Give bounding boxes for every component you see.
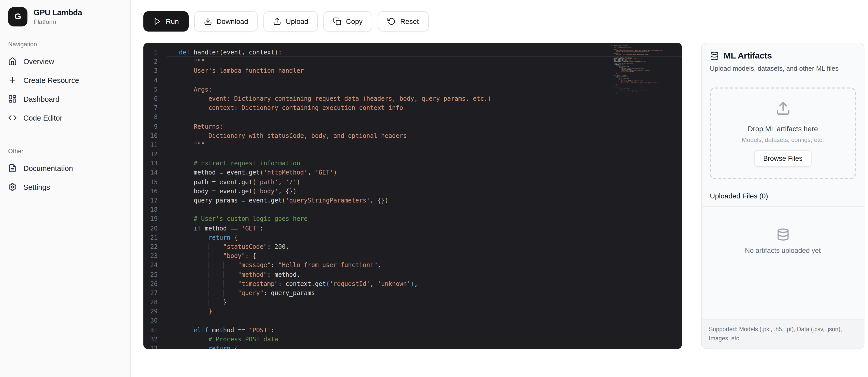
code-line-20[interactable]: 20 if method == 'GET': [144, 224, 682, 233]
empty-state-text: No artifacts uploaded yet [745, 247, 821, 254]
sidebar-item-create-resource[interactable]: Create Resource [0, 71, 130, 90]
upload-icon [775, 101, 790, 116]
code-line-27[interactable]: 27 "query": query_params [144, 288, 682, 298]
code-line-15[interactable]: 15 path = event.get('path', '/') [144, 177, 682, 186]
code-line-19[interactable]: 19 # User's custom logic goes here [144, 214, 682, 224]
code-lines: 1def handler(event, context):2 """3 User… [144, 43, 682, 349]
code-line-18[interactable]: 18 [144, 205, 682, 214]
browse-files-button[interactable]: Browse Files [754, 150, 812, 167]
line-number: 9 [144, 122, 167, 131]
line-number: 21 [144, 233, 167, 242]
code-line-26[interactable]: 26 "timestamp": context.get('requestId',… [144, 279, 682, 288]
line-number: 14 [144, 168, 167, 177]
line-number: 5 [144, 85, 167, 94]
code-line-1[interactable]: 1def handler(event, context): [144, 48, 682, 57]
button-label: Run [166, 17, 179, 25]
sidebar-item-dashboard[interactable]: Dashboard [0, 90, 130, 108]
line-number: 28 [144, 298, 167, 307]
sidebar-item-overview[interactable]: Overview [0, 52, 130, 71]
sidebar: G GPU Lambda Platform NavigationOverview… [0, 0, 131, 377]
reset-button[interactable]: Reset [378, 11, 428, 32]
copy-icon [333, 17, 341, 25]
home-icon [8, 57, 17, 66]
line-number: 8 [144, 113, 167, 122]
line-number: 18 [144, 205, 167, 214]
line-number: 25 [144, 270, 167, 279]
code-line-32[interactable]: 32 # Process POST data [144, 335, 682, 344]
database-icon [710, 51, 719, 61]
line-number: 12 [144, 150, 167, 159]
code-line-8[interactable]: 8 [144, 113, 682, 122]
dropzone-title: Drop ML artifacts here [716, 125, 850, 133]
line-number: 17 [144, 196, 167, 205]
minimap[interactable]: def handler(event, context): """ User's … [611, 45, 675, 191]
database-icon [776, 228, 789, 241]
sidebar-item-label: Create Resource [23, 76, 79, 84]
code-line-24[interactable]: 24 "message": "Hello from user function!… [144, 261, 682, 270]
minimap-content: def handler(event, context): """ User's … [611, 45, 675, 94]
file-text-icon [8, 164, 17, 172]
code-line-2[interactable]: 2 """ [144, 57, 682, 66]
code-line-6[interactable]: 6 event: Dictionary containing request d… [144, 94, 682, 103]
line-number: 16 [144, 187, 167, 196]
ml-artifacts-header: ML Artifacts Upload models, datasets, an… [702, 43, 864, 79]
code-line-11[interactable]: 11 """ [144, 140, 682, 150]
download-button[interactable]: Download [194, 11, 258, 32]
code-line-23[interactable]: 23 "body": { [144, 251, 682, 260]
code-line-25[interactable]: 25 "method": method, [144, 270, 682, 279]
line-number: 11 [144, 140, 167, 150]
code-line-33[interactable]: 33 return { [144, 344, 682, 349]
code-line-29[interactable]: 29 } [144, 307, 682, 316]
sidebar-item-settings[interactable]: Settings [0, 178, 130, 196]
app-logo: G [8, 7, 27, 26]
copy-button[interactable]: Copy [324, 11, 372, 32]
app-subtitle: Platform [34, 18, 82, 25]
code-line-7[interactable]: 7 context: Dictionary containing executi… [144, 103, 682, 112]
upload-button[interactable]: Upload [264, 11, 318, 32]
line-number: 29 [144, 307, 167, 316]
line-number: 23 [144, 251, 167, 260]
code-line-12[interactable]: 12 [144, 150, 682, 159]
sidebar-item-label: Overview [23, 57, 54, 65]
line-number: 6 [144, 94, 167, 103]
code-line-3[interactable]: 3 User's lambda function handler [144, 66, 682, 76]
app-logo-letter: G [14, 12, 21, 22]
sidebar-section-label: Other [0, 138, 130, 159]
line-number: 7 [144, 103, 167, 112]
line-number: 32 [144, 335, 167, 344]
code-line-13[interactable]: 13 # Extract request information [144, 159, 682, 168]
line-number: 13 [144, 159, 167, 168]
sidebar-item-label: Settings [23, 183, 50, 191]
supported-formats-note: Supported: Models (.pkl, .h5, .pt), Data… [702, 320, 864, 349]
code-line-30[interactable]: 30 [144, 316, 682, 325]
code-line-31[interactable]: 31 elif method == 'POST': [144, 325, 682, 335]
sidebar-item-code-editor[interactable]: Code Editor [0, 108, 130, 127]
sidebar-item-label: Code Editor [23, 114, 62, 122]
app-title: GPU Lambda [34, 8, 82, 18]
line-number: 31 [144, 325, 167, 335]
button-label: Upload [286, 17, 308, 25]
ml-artifacts-title: ML Artifacts [723, 51, 772, 61]
line-number: 27 [144, 288, 167, 298]
code-line-14[interactable]: 14 method = event.get('httpMethod', 'GET… [144, 168, 682, 177]
code-line-17[interactable]: 17 query_params = event.get('queryString… [144, 196, 682, 205]
code-line-16[interactable]: 16 body = event.get('body', {}) [144, 187, 682, 196]
play-icon [153, 17, 161, 25]
code-editor[interactable]: 1def handler(event, context):2 """3 User… [144, 43, 682, 349]
app-logo-row: G GPU Lambda Platform [0, 0, 130, 32]
code-line-28[interactable]: 28 } [144, 298, 682, 307]
code-line-10[interactable]: 10 Dictionary with statusCode, body, and… [144, 131, 682, 140]
line-number: 33 [144, 344, 167, 349]
line-number: 10 [144, 131, 167, 140]
rotate-ccw-icon [388, 17, 396, 25]
button-label: Copy [346, 17, 363, 25]
code-line-9[interactable]: 9 Returns: [144, 122, 682, 131]
code-line-21[interactable]: 21 return { [144, 233, 682, 242]
settings-icon [8, 183, 17, 191]
run-button[interactable]: Run [144, 11, 188, 32]
dropzone[interactable]: Drop ML artifacts here Models, datasets,… [710, 88, 856, 179]
sidebar-item-documentation[interactable]: Documentation [0, 159, 130, 178]
code-line-22[interactable]: 22 "statusCode": 200, [144, 242, 682, 251]
code-line-4[interactable]: 4 [144, 76, 682, 85]
code-line-5[interactable]: 5 Args: [144, 85, 682, 94]
